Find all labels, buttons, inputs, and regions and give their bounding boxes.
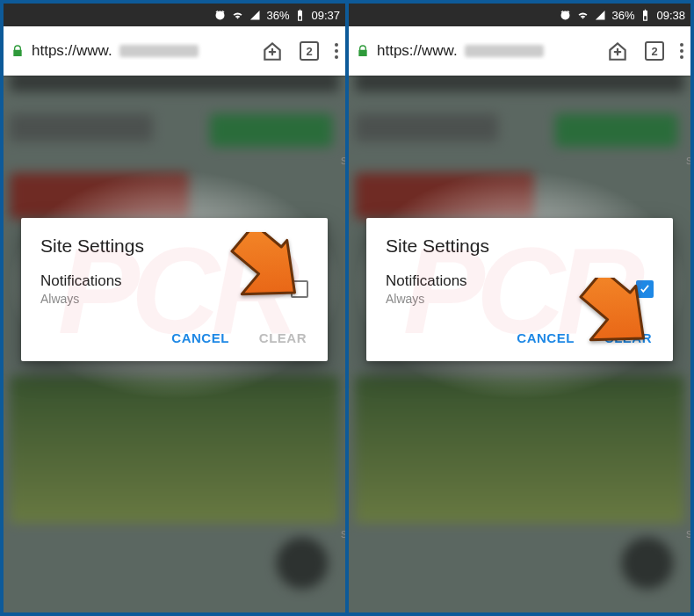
alarm-icon (559, 9, 572, 22)
lock-icon (11, 44, 25, 58)
tab-switcher[interactable]: 2 (300, 41, 319, 61)
annotation-arrow (216, 232, 313, 311)
clear-button[interactable]: CLEAR (257, 325, 308, 351)
annotation-arrow (565, 278, 661, 357)
row-label: Notifications (40, 272, 122, 290)
clock: 09:38 (656, 9, 685, 22)
tab-count-value: 2 (651, 45, 657, 58)
wifi-icon (576, 9, 589, 22)
status-bar: 36% 09:38 (349, 4, 690, 26)
url-scheme: https://www. (32, 42, 112, 60)
url-host-redacted (119, 45, 199, 57)
url-field[interactable]: https://www. (356, 42, 599, 60)
battery-icon (639, 9, 652, 22)
wifi-icon (231, 9, 244, 22)
row-label: Notifications (386, 272, 467, 290)
tab-count-value: 2 (306, 45, 312, 58)
battery-icon (293, 9, 307, 22)
url-field[interactable]: https://www. (11, 42, 254, 60)
dialog-title: Site Settings (386, 236, 654, 257)
url-bar[interactable]: https://www. 2 (4, 26, 345, 76)
alarm-icon (213, 9, 227, 22)
signal-icon (594, 9, 607, 22)
url-scheme: https://www. (377, 42, 458, 60)
screenshot-right: 36% 09:38 https://www. 2 (349, 4, 690, 612)
home-add-icon[interactable] (261, 40, 284, 62)
row-sublabel: Always (386, 292, 467, 306)
battery-pct: 36% (266, 9, 289, 22)
tab-switcher[interactable]: 2 (645, 41, 664, 61)
home-add-icon[interactable] (606, 40, 629, 62)
signal-icon (249, 9, 262, 22)
row-sublabel: Always (40, 292, 122, 306)
lock-icon (356, 44, 370, 58)
battery-pct: 36% (611, 9, 634, 22)
screenshot-left: 36% 09:37 https://www. 2 (4, 4, 345, 612)
status-bar: 36% 09:37 (4, 4, 345, 26)
cancel-button[interactable]: CANCEL (170, 325, 231, 351)
clock: 09:37 (311, 9, 340, 22)
url-bar[interactable]: https://www. 2 (349, 26, 690, 76)
kebab-icon[interactable] (680, 43, 683, 59)
kebab-icon[interactable] (335, 43, 338, 59)
url-host-redacted (465, 45, 544, 57)
